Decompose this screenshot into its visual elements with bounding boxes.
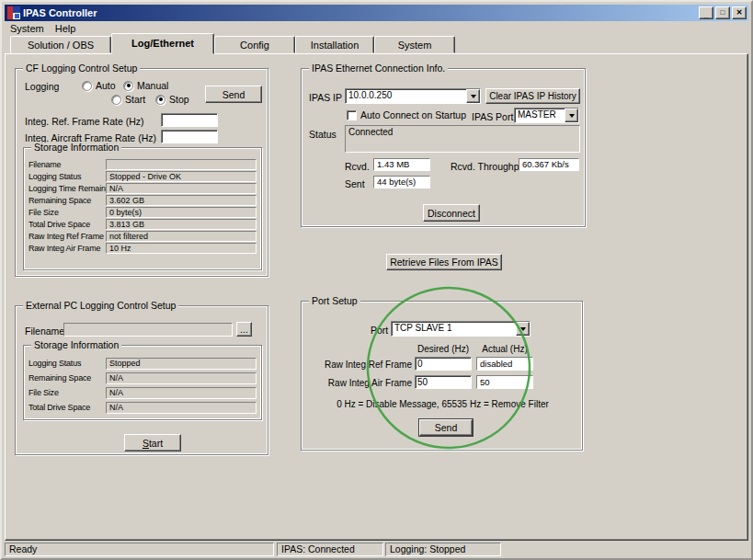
chevron-down-icon (471, 95, 476, 98)
radio-start-indicator (111, 95, 121, 105)
radio-stop-indicator (155, 95, 165, 105)
status-ipas-connection: IPAS: Connected (277, 543, 383, 556)
external-filename-label: Filename (25, 326, 64, 337)
radio-stop[interactable]: Stop (155, 94, 189, 105)
radio-start[interactable]: Start (111, 94, 145, 105)
tab-log-ethernet[interactable]: Log/Ethernet (111, 33, 214, 54)
ipas-port-value: MASTER (515, 109, 565, 122)
table-row: Logging Status Stopped (29, 356, 257, 371)
table-row: Total Drive Space 3.813 GB (29, 218, 257, 230)
radio-manual[interactable]: Manual (123, 80, 168, 91)
tabstrip: Solution / OBS Log/Ethernet Config Insta… (10, 33, 455, 54)
cf-storage-rows: Filename Logging Status Stopped - Drive … (29, 158, 257, 254)
ipas-controller-window: IPAS Controller _ □ ✕ System Help Soluti… (0, 0, 753, 560)
external-start-button[interactable]: Start (124, 434, 181, 451)
window-title: IPAS Controller (23, 7, 697, 18)
rcvd-value: 1.43 MB (373, 158, 430, 171)
table-row: Raw Integ Ref Frame not filtered (29, 230, 257, 242)
total-drive-space-value: 3.813 GB (106, 219, 257, 230)
table-row: Remaining Space 3.602 GB (29, 194, 257, 206)
radio-start-label: Start (125, 94, 145, 105)
cf-logging-group-title: CF Logging Control Setup (23, 63, 140, 74)
ipas-ip-value: 10.0.0.250 (346, 89, 466, 103)
raw-integ-ref-frame-value: not filtered (106, 231, 257, 242)
raw-integ-air-frame-desired-input[interactable] (415, 375, 472, 389)
table-row: Logging Time Remaining N/A (29, 182, 257, 194)
clear-ipas-ip-history-button[interactable]: Clear IPAS IP History (485, 88, 580, 104)
tab-system[interactable]: System (374, 36, 455, 53)
remaining-space-value: 3.602 GB (106, 195, 257, 206)
radio-manual-label: Manual (137, 80, 168, 91)
raw-integ-ref-frame-actual-value: disabled (476, 357, 533, 371)
desired-hz-header: Desired (Hz) (415, 344, 472, 354)
raw-integ-ref-frame-label: Raw Integ Ref Frame (309, 360, 412, 370)
maximize-button[interactable]: □ (715, 6, 730, 19)
port-setup-note: 0 Hz = Disable Message, 65535 Hz = Remov… (318, 399, 567, 409)
cf-storage-information-title: Storage Information (31, 143, 121, 153)
connection-status-value: Connected (345, 125, 580, 153)
table-row: Filename (29, 158, 257, 170)
status-ready: Ready (5, 543, 274, 556)
external-filename-value (63, 323, 233, 337)
port-send-button[interactable]: Send (419, 419, 473, 436)
ipas-port-label: IPAS Port (472, 111, 513, 122)
browse-button[interactable]: ... (236, 322, 252, 337)
status-label: Status (309, 129, 337, 140)
ext-logging-status-value: Stopped (106, 358, 257, 370)
raw-integ-ref-frame-desired-input[interactable] (415, 357, 472, 371)
port-value: TCP SLAVE 1 (392, 322, 516, 336)
external-storage-rows: Logging Status Stopped Remaining Space N… (29, 356, 257, 415)
port-label: Port (371, 325, 388, 336)
ext-remaining-space-value: N/A (106, 372, 257, 384)
close-icon: ✕ (736, 9, 743, 17)
disconnect-button[interactable]: Disconnect (423, 204, 480, 222)
port-dropdown-button[interactable] (516, 322, 530, 336)
raw-integ-air-frame-label: Raw Integ Air Frame (309, 378, 412, 388)
ipas-ip-combobox[interactable]: 10.0.0.250 (345, 88, 481, 104)
table-row: Logging Status Stopped - Drive OK (29, 170, 257, 182)
auto-connect-checkbox[interactable]: Auto Connect on Startup (347, 109, 466, 120)
table-row: File Size N/A (29, 385, 257, 400)
port-setup-title: Port Setup (309, 296, 360, 306)
ext-file-size-value: N/A (106, 387, 257, 399)
cf-logging-group: CF Logging Control Setup Logging Auto Ma… (15, 68, 268, 277)
minimize-button[interactable]: _ (699, 6, 713, 19)
app-icon (7, 6, 20, 19)
cf-storage-information-group: Storage Information Filename Logging Sta… (23, 147, 262, 270)
ethernet-info-title: IPAS Ethernet Connection Info. (309, 63, 448, 74)
logging-label: Logging (25, 81, 59, 92)
tab-config[interactable]: Config (214, 36, 295, 53)
sent-label: Sent (345, 178, 365, 189)
chevron-down-icon (569, 114, 575, 118)
radio-manual-indicator (123, 81, 133, 91)
close-button[interactable]: ✕ (732, 6, 747, 19)
radio-auto-indicator (82, 81, 92, 91)
external-storage-information-group: Storage Information Logging Status Stopp… (23, 345, 262, 420)
external-storage-information-title: Storage Information (31, 340, 121, 350)
cf-send-button[interactable]: Send (205, 86, 262, 103)
port-combobox[interactable]: TCP SLAVE 1 (391, 321, 531, 337)
ipas-port-combobox[interactable]: MASTER (514, 108, 579, 123)
tab-solution-obs[interactable]: Solution / OBS (10, 36, 111, 53)
retrieve-files-button[interactable]: Retrieve Files From IPAS (386, 254, 502, 270)
ethernet-info-group: IPAS Ethernet Connection Info. IPAS IP 1… (301, 68, 586, 227)
ipas-port-dropdown-button[interactable] (565, 109, 578, 122)
tab-installation[interactable]: Installation (295, 36, 374, 53)
integ-ref-frame-rate-label: Integ. Ref. Frame Rate (Hz) (25, 116, 144, 127)
raw-integ-air-frame-actual-value: 50 (476, 375, 533, 389)
integ-aircraft-frame-rate-input[interactable] (161, 130, 218, 143)
integ-ref-frame-rate-input[interactable] (161, 113, 218, 127)
auto-connect-checkbox-box (347, 110, 357, 120)
table-row: Total Drive Space N/A (29, 400, 257, 415)
rcvd-throughput-label: Rcvd. Throughput (451, 161, 527, 172)
file-size-value: 0 byte(s) (106, 207, 257, 218)
status-logging-state: Logging: Stopped (385, 543, 501, 556)
minimize-icon: _ (704, 12, 708, 19)
table-row: Raw Integ Air Frame 10 Hz (29, 242, 257, 254)
statusbar: Ready IPAS: Connected Logging: Stopped (5, 543, 748, 556)
radio-auto-label: Auto (96, 80, 116, 91)
sent-value: 44 byte(s) (373, 176, 430, 189)
radio-auto[interactable]: Auto (82, 80, 116, 91)
ipas-ip-dropdown-button[interactable] (466, 89, 480, 103)
table-row: File Size 0 byte(s) (29, 206, 257, 218)
